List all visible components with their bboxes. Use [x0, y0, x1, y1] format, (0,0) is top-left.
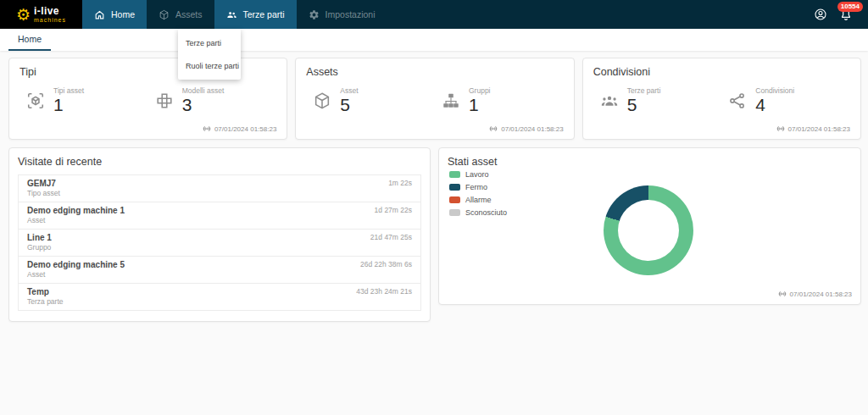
item-type: Tipo asset — [27, 189, 60, 198]
stat-terze-parti: Terze parti 5 — [593, 86, 722, 114]
asset-box-icon — [159, 9, 170, 20]
app-logo[interactable]: ⚙ i-live machines — [0, 0, 82, 29]
nav-label-terze-parti: Terze parti — [243, 9, 285, 19]
nav-item-home[interactable]: Home — [82, 0, 147, 29]
timestamp-text: 07/01/2024 01:58:23 — [788, 125, 850, 133]
legend-swatch — [449, 184, 460, 191]
stat-value: 5 — [340, 96, 358, 114]
sensors-icon — [778, 290, 787, 298]
stat-label: Gruppi — [469, 86, 491, 95]
chart-legend: Lavoro Fermo Allarme Sconosciuto — [449, 170, 507, 217]
item-name: Demo edging machine 5 — [27, 259, 125, 270]
legend-label: Allarme — [465, 196, 492, 204]
logo-gear-icon: ⚙ — [16, 7, 31, 23]
stat-label: Condivisioni — [755, 86, 794, 95]
card-timestamp: 07/01/2024 01:58:23 — [306, 122, 563, 135]
item-type: Asset — [27, 270, 125, 279]
navbar-actions: 10554 — [814, 0, 868, 29]
top-navbar: ⚙ i-live machines Home Assets Terze part… — [0, 0, 868, 29]
stat-label: Modelli asset — [182, 86, 225, 95]
home-icon — [94, 9, 105, 20]
item-time: 26d 22h 38m 6s — [360, 259, 412, 270]
nav-item-assets[interactable]: Assets — [147, 0, 214, 29]
tab-home[interactable]: Home — [8, 29, 51, 51]
share-icon — [728, 91, 747, 110]
item-type: Terza parte — [27, 297, 64, 307]
breadcrumb-tabbar: Home — [0, 29, 868, 51]
stat-label: Asset — [340, 86, 358, 95]
people-group-icon — [600, 91, 619, 110]
legend-item-sconosciuto[interactable]: Sconosciuto — [449, 208, 507, 217]
legend-swatch — [449, 196, 460, 203]
timestamp-text: 07/01/2024 01:58:23 — [501, 125, 563, 133]
legend-item-lavoro[interactable]: Lavoro — [449, 170, 507, 179]
gear-icon — [309, 9, 320, 20]
notifications-badge: 10554 — [837, 2, 863, 12]
list-item[interactable]: Temp Terza parte 43d 23h 24m 21s — [19, 284, 420, 311]
asset-status-donut — [604, 185, 693, 275]
card-title: Assets — [306, 66, 563, 78]
card-timestamp: 07/01/2024 01:58:23 — [19, 122, 276, 135]
nav-label-assets: Assets — [175, 9, 203, 19]
item-time: 43d 23h 24m 21s — [356, 286, 412, 297]
dropdown-item-ruoli-terze-parti[interactable]: Ruoli terze parti — [178, 54, 241, 77]
main-nav: Home Assets Terze parti Impostazioni — [82, 0, 387, 29]
recent-list: GEMJ7 Tipo asset 1m 22s Demo edging mach… — [18, 174, 421, 311]
item-type: Asset — [27, 216, 125, 225]
stat-label: Terze parti — [627, 86, 661, 95]
nav-label-impostazioni: Impostazioni — [326, 9, 376, 19]
view-in-ar-icon — [26, 91, 45, 110]
asset-box-icon — [313, 91, 331, 110]
list-item[interactable]: Demo edging machine 5 Asset 26d 22h 38m … — [19, 257, 420, 284]
stat-value: 1 — [469, 96, 491, 114]
stat-modelli-asset: Modelli asset 3 — [148, 86, 277, 114]
item-name: Demo edging machine 1 — [27, 205, 125, 216]
card-timestamp: 07/01/2024 01:58:23 — [778, 287, 852, 300]
stat-value: 3 — [182, 96, 225, 114]
stat-asset: Asset 5 — [306, 86, 435, 114]
list-item[interactable]: Line 1 Gruppo 21d 47m 25s — [19, 230, 420, 257]
item-type: Gruppo — [27, 243, 52, 252]
legend-item-allarme[interactable]: Allarme — [449, 196, 507, 204]
item-time: 1m 22s — [388, 178, 412, 189]
list-item[interactable]: GEMJ7 Tipo asset 1m 22s — [19, 175, 420, 202]
legend-item-fermo[interactable]: Fermo — [449, 183, 507, 191]
nav-item-impostazioni[interactable]: Impostazioni — [297, 0, 387, 29]
account-circle-icon[interactable] — [814, 8, 827, 21]
legend-swatch — [449, 209, 460, 216]
nav-item-terze-parti[interactable]: Terze parti — [214, 0, 297, 29]
item-name: Temp — [27, 286, 64, 297]
card-timestamp: 07/01/2024 01:58:23 — [593, 122, 850, 135]
card-stati-asset: Stati asset Lavoro Fermo Allarme Sconosc… — [438, 147, 861, 305]
card-assets: Assets Asset 5 Gruppi 1 07/01/2024 01:58… — [295, 58, 574, 140]
stat-tipi-asset: Tipi asset 1 — [19, 86, 148, 114]
list-item[interactable]: Demo edging machine 1 Asset 1d 27m 22s — [19, 202, 420, 230]
legend-label: Fermo — [465, 183, 487, 191]
sensors-icon — [776, 125, 785, 133]
card-tipi: Tipi Tipi asset 1 Modelli asset 3 07/01/… — [8, 58, 287, 140]
org-chart-icon — [442, 91, 460, 110]
card-condivisioni: Condivisioni Terze parti 5 Condivisioni … — [582, 58, 861, 140]
legend-label: Lavoro — [465, 170, 489, 179]
card-title: Stati asset — [448, 156, 852, 168]
stat-gruppi: Gruppi 1 — [435, 86, 564, 114]
sensors-icon — [203, 125, 211, 133]
dashboard: Tipi Tipi asset 1 Modelli asset 3 07/01/… — [0, 51, 868, 322]
stat-value: 4 — [755, 96, 794, 114]
legend-swatch — [449, 171, 460, 178]
item-name: Line 1 — [27, 232, 52, 243]
legend-label: Sconosciuto — [465, 208, 507, 217]
card-title: Visitate di recente — [18, 156, 421, 168]
stat-value: 5 — [627, 96, 661, 114]
terze-parti-dropdown: Terze parti Ruoli terze parti — [178, 29, 241, 80]
item-name: GEMJ7 — [27, 178, 60, 189]
timestamp-text: 07/01/2024 01:58:23 — [790, 290, 852, 298]
timestamp-text: 07/01/2024 01:58:23 — [214, 125, 276, 133]
dropdown-item-terze-parti[interactable]: Terze parti — [178, 31, 241, 54]
stat-condivisioni: Condivisioni 4 — [721, 86, 850, 114]
item-time: 1d 27m 22s — [375, 205, 412, 216]
nav-label-home: Home — [111, 9, 135, 19]
logo-title: i-live — [34, 6, 66, 16]
item-time: 21d 47m 25s — [370, 232, 412, 243]
stat-label: Tipi asset — [53, 86, 84, 95]
